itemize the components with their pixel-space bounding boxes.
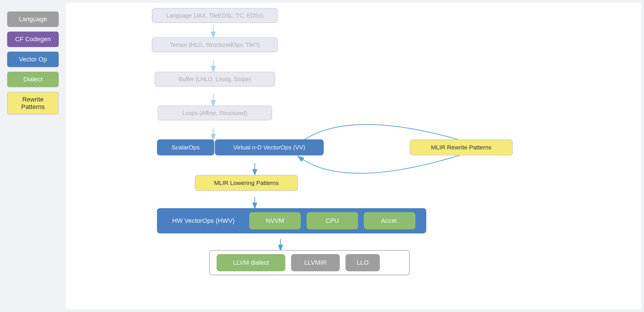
node-llvm-dialect: LLVM dialect <box>217 254 285 271</box>
sidebar: Language CF Codegen Vector Op Dialect Re… <box>0 0 66 312</box>
node-scalar-ops: ScalarOps <box>157 139 214 155</box>
node-hw-vectorops-container: HW VectorOps (HWV) NVVM CPU Accel. <box>157 208 426 233</box>
node-buffer: Buffer (LHLO, Linalg, Stripe) <box>155 72 275 87</box>
node-mlir-lowering: MLIR Lowering Patterns <box>195 175 298 191</box>
sidebar-item-language[interactable]: Language <box>7 11 59 27</box>
node-cpu: CPU <box>307 212 358 229</box>
sidebar-item-vector-op[interactable]: Vector Op <box>7 52 59 67</box>
sidebar-item-rewrite[interactable]: Rewrite Patterns <box>7 92 59 115</box>
node-virtual-vv: Virtual n-D VectorOps (VV) <box>215 139 324 155</box>
node-accel: Accel. <box>364 212 415 229</box>
node-llvm-outer-container: LLVM dialect LLVMIR LLO <box>209 250 410 275</box>
node-loops: Loops (Affine, Structured) <box>158 106 272 120</box>
node-llo: LLO <box>345 254 380 271</box>
sidebar-item-dialect[interactable]: Dialect <box>7 72 59 87</box>
node-language: Language (JAX, TileEDSL, TC, EDSx) <box>152 8 278 23</box>
node-mlir-rewrite: MLIR Rewrite Patterns <box>410 139 513 155</box>
node-nvvm: NVVM <box>249 212 301 229</box>
sidebar-item-cf-codegen[interactable]: CF Codegen <box>7 32 59 47</box>
hw-vectorops-label: HW VectorOps (HWV) <box>163 217 244 225</box>
node-llvmir: LLVMIR <box>291 254 340 271</box>
node-tensor: Tensor (HLO, StructuredOps, Tile?) <box>152 37 278 52</box>
diagram-area: Language (JAX, TileEDSL, TC, EDSx) Tenso… <box>66 3 641 309</box>
diagram: Language (JAX, TileEDSL, TC, EDSx) Tenso… <box>66 3 641 309</box>
